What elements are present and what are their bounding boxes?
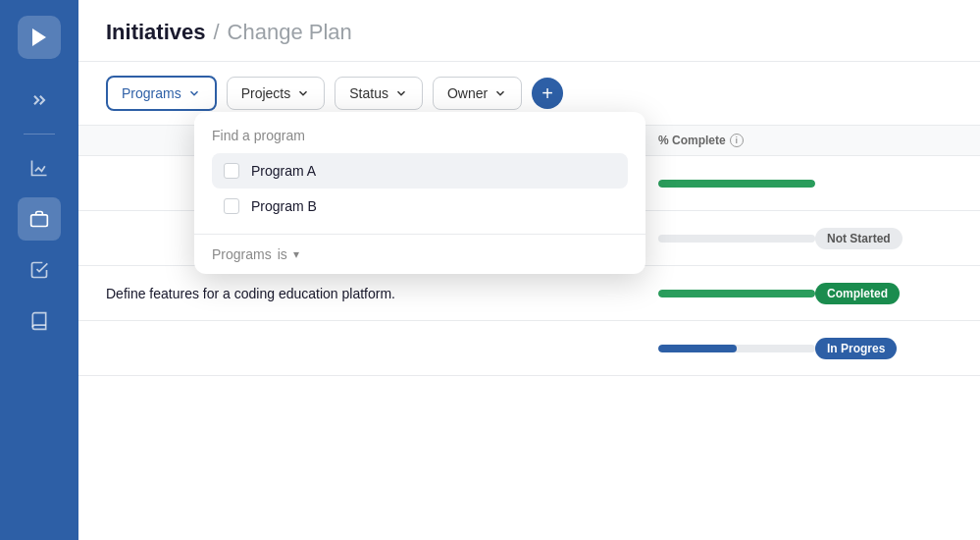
programs-label: Programs <box>122 85 181 101</box>
dropdown-item-program-a[interactable]: Program A <box>212 153 628 189</box>
owner-filter-button[interactable]: Owner <box>433 77 522 110</box>
footer-programs-label: Programs <box>212 246 272 262</box>
main-content: Initiatives / Change Plan Programs Proje… <box>78 0 980 540</box>
row-status: Completed <box>815 283 953 304</box>
sidebar-item-expand[interactable] <box>18 79 61 122</box>
row-progress <box>658 290 815 297</box>
program-a-label: Program A <box>251 163 316 179</box>
row-status: In Progres <box>815 338 953 359</box>
progress-bar-container <box>658 180 815 188</box>
chevron-down-icon <box>493 86 507 100</box>
program-b-checkbox[interactable] <box>224 198 239 214</box>
svg-marker-0 <box>32 28 46 46</box>
status-label: Status <box>349 85 388 101</box>
sidebar-item-analytics[interactable] <box>18 146 61 189</box>
footer-operator-label: is <box>278 246 287 262</box>
sidebar-item-docs[interactable] <box>18 299 61 343</box>
breadcrumb-separator: / <box>213 20 219 45</box>
analytics-icon <box>29 158 49 178</box>
dropdown-search-label: Find a program <box>212 128 628 143</box>
programs-filter-button[interactable]: Programs <box>106 76 217 111</box>
dropdown-footer: Programs is ▾ <box>194 234 645 274</box>
book-icon <box>29 311 49 331</box>
sidebar-item-tasks[interactable] <box>18 248 61 292</box>
chevron-down-icon[interactable]: ▾ <box>293 247 299 261</box>
row-progress <box>658 180 815 188</box>
row-status <box>815 175 953 192</box>
projects-filter-button[interactable]: Projects <box>227 77 326 110</box>
chevrons-right-icon <box>29 90 49 110</box>
breadcrumb-primary: Initiatives <box>106 20 205 45</box>
briefcase-icon <box>29 209 49 229</box>
breadcrumb-secondary: Change Plan <box>228 20 352 45</box>
sidebar-item-initiatives[interactable] <box>18 197 61 241</box>
svg-rect-1 <box>31 215 48 227</box>
progress-bar-container <box>658 290 815 297</box>
progress-bar <box>658 345 737 352</box>
program-a-checkbox[interactable] <box>224 163 239 179</box>
progress-bar <box>658 180 815 188</box>
plus-icon: + <box>542 83 553 103</box>
breadcrumb: Initiatives / Change Plan <box>106 20 953 45</box>
chevron-down-icon <box>187 86 201 100</box>
row-progress <box>658 345 815 352</box>
projects-label: Projects <box>241 85 291 101</box>
row-progress <box>658 235 815 243</box>
page-header: Initiatives / Change Plan <box>78 0 980 62</box>
status-badge: In Progres <box>815 338 897 359</box>
programs-dropdown: Find a program Program A Program B Progr… <box>194 112 645 274</box>
program-b-label: Program B <box>251 198 317 214</box>
dropdown-search-area: Find a program Program A Program B <box>194 112 645 234</box>
app-logo[interactable] <box>18 16 61 59</box>
status-filter-button[interactable]: Status <box>335 77 423 110</box>
progress-bar-container <box>658 345 815 352</box>
progress-bar-container <box>658 235 815 243</box>
table-row: Define features for a coding education p… <box>78 266 980 321</box>
add-filter-button[interactable]: + <box>532 78 563 109</box>
table-row: In Progres <box>78 321 980 376</box>
chevron-down-icon <box>296 86 310 100</box>
play-icon <box>27 26 51 49</box>
chevron-down-icon <box>394 86 408 100</box>
status-badge: Completed <box>815 283 900 304</box>
status-badge <box>815 181 839 189</box>
progress-bar <box>658 290 815 297</box>
owner-label: Owner <box>447 85 488 101</box>
status-badge: Not Started <box>815 228 903 249</box>
check-square-icon <box>29 260 49 280</box>
sidebar-divider <box>24 134 55 135</box>
col-complete-header: % Complete i <box>658 134 815 147</box>
row-status: Not Started <box>815 228 953 249</box>
row-name: Define features for a coding education p… <box>106 286 658 301</box>
dropdown-item-program-b[interactable]: Program B <box>212 189 628 224</box>
info-icon[interactable]: i <box>730 134 744 147</box>
sidebar <box>0 0 78 540</box>
